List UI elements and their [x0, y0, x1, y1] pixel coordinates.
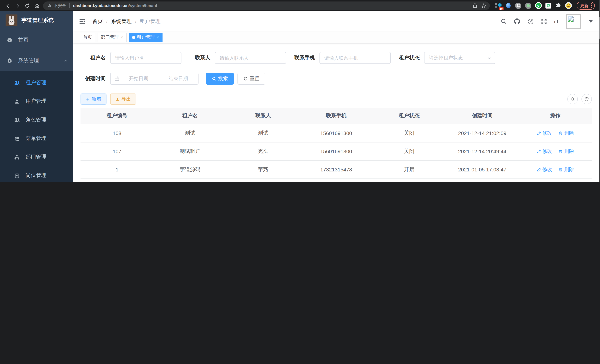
table-row: 107 测试租户 秃头 15601691300 关闭 2021-12-14 20…: [81, 142, 592, 160]
breadcrumb-current: 租户管理: [140, 18, 161, 25]
cell-created: 2021-01-05 17:03:47: [446, 160, 519, 178]
export-button[interactable]: 导出: [110, 93, 136, 105]
date-range-picker[interactable]: 开始日期 - 结束日期: [110, 73, 198, 84]
tenant-name-input[interactable]: [110, 52, 181, 64]
close-icon[interactable]: ×: [157, 35, 159, 39]
mobile-input[interactable]: [319, 52, 391, 64]
avatar-caret-icon[interactable]: [589, 20, 593, 22]
extension-command-icon[interactable]: [515, 2, 522, 9]
filter-row-1: 租户名 联系人 联系手机 租户状态 请选择租户状态: [81, 52, 592, 64]
tags-view-bar: 首页 部门管理 × 租户管理 ×: [73, 32, 600, 43]
breadcrumb-system[interactable]: 系统管理: [111, 18, 132, 25]
profile-avatar-icon[interactable]: [565, 2, 572, 9]
sidebar-item-role[interactable]: 角色管理: [0, 111, 73, 129]
sidebar-item-dept[interactable]: 部门管理: [0, 148, 73, 166]
download-icon: [115, 97, 120, 101]
sidebar-item-system[interactable]: 系统管理: [0, 50, 73, 71]
cell-actions: 修改 删除: [519, 160, 592, 178]
extensions-bar: 10 y: [493, 2, 597, 9]
sidebar-item-user[interactable]: 用户管理: [0, 92, 73, 111]
bookmark-star-icon[interactable]: [479, 1, 488, 10]
cell-status: 关闭: [373, 142, 446, 160]
table-row: 108 测试 测试 15601691300 关闭 2021-12-14 21:0…: [81, 124, 592, 142]
cell-id: 108: [81, 124, 154, 142]
app-logo: [6, 14, 18, 26]
github-icon[interactable]: [513, 18, 521, 25]
close-icon[interactable]: ×: [121, 35, 123, 39]
filter-tenant-name: 租户名: [81, 52, 181, 64]
extension-badge: 10: [499, 7, 503, 10]
sidebar-item-post[interactable]: 岗位管理: [0, 166, 73, 182]
sidebar-item-label: 租户管理: [26, 79, 46, 86]
sidebar-logo-row[interactable]: 芋道管理系统: [0, 11, 73, 30]
breadcrumb-home[interactable]: 首页: [92, 18, 103, 25]
people-icon: [14, 117, 20, 123]
extension-recorder-icon[interactable]: [525, 2, 532, 9]
browser-home-icon[interactable]: [32, 1, 42, 10]
fullscreen-icon[interactable]: [540, 18, 547, 25]
cell-contact: 秃头: [226, 142, 300, 160]
toggle-search-button[interactable]: [567, 94, 578, 104]
cell-mobile: 15601691300: [300, 142, 373, 160]
add-button[interactable]: 新增: [81, 93, 106, 105]
tab-label: 租户管理: [137, 34, 155, 40]
main-area: 首页 / 系统管理 / 租户管理: [73, 11, 600, 182]
avatar[interactable]: [566, 14, 581, 29]
search-icon: [570, 97, 575, 102]
browser-menu-icon[interactable]: [591, 3, 592, 8]
delete-link[interactable]: 删除: [559, 130, 574, 136]
scrollbar-thumb[interactable]: [599, 17, 600, 38]
delete-link[interactable]: 删除: [559, 148, 574, 155]
extension-balloon-icon[interactable]: [505, 2, 512, 9]
sidebar-item-label: 系统管理: [18, 57, 39, 64]
extensions-puzzle-icon[interactable]: [555, 2, 562, 9]
share-icon[interactable]: [470, 1, 479, 10]
edit-link[interactable]: 修改: [537, 148, 552, 155]
col-header-id: 租户编号: [81, 108, 154, 124]
edit-link[interactable]: 修改: [537, 130, 552, 136]
refresh-icon: [244, 76, 248, 81]
help-icon[interactable]: [527, 18, 534, 25]
browser-reload-icon[interactable]: [22, 1, 32, 10]
breadcrumb: 首页 / 系统管理 / 租户管理: [92, 18, 161, 25]
extension-y-icon[interactable]: y: [535, 2, 542, 9]
add-label: 新增: [92, 96, 101, 103]
tab-home[interactable]: 首页: [80, 32, 95, 42]
sidebar-item-label: 部门管理: [26, 154, 46, 160]
header-search-icon[interactable]: [500, 18, 507, 25]
sidebar-item-home[interactable]: 首页: [0, 30, 73, 50]
reset-button[interactable]: 重置: [237, 73, 265, 84]
sidebar-item-label: 用户管理: [26, 98, 46, 105]
browser-back-icon[interactable]: [3, 1, 13, 10]
user-icon: [14, 98, 20, 104]
font-size-icon[interactable]: TT: [553, 19, 559, 24]
sidebar-item-label: 角色管理: [26, 117, 46, 123]
url[interactable]: dashboard.yudao.iocoder.cn/system/tenant: [73, 3, 157, 8]
scrollbar[interactable]: [599, 0, 600, 182]
export-label: 导出: [121, 96, 131, 103]
address-bar[interactable]: 不安全 dashboard.yudao.iocoder.cn/system/te…: [43, 1, 490, 10]
status-select[interactable]: 请选择租户状态: [424, 52, 495, 64]
sidebar-submenu-system: 租户管理 用户管理 角色管理: [0, 71, 73, 182]
security-label[interactable]: 不安全: [54, 3, 66, 8]
sidebar-collapse-icon[interactable]: [78, 17, 86, 25]
refresh-table-button[interactable]: [581, 94, 592, 104]
field-label: 租户名: [81, 55, 106, 61]
search-button[interactable]: 搜索: [206, 73, 234, 84]
extension-tabs-icon[interactable]: 10: [495, 2, 501, 9]
tab-dept[interactable]: 部门管理 ×: [98, 32, 127, 42]
cell-mobile: 17321315478: [300, 160, 373, 178]
contact-input[interactable]: [215, 52, 286, 64]
cell-created: 2021-12-14 21:02:09: [446, 124, 519, 142]
app-title: 芋道管理系统: [21, 17, 54, 24]
tab-tenant[interactable]: 租户管理 ×: [129, 32, 162, 42]
sidebar-item-tenant[interactable]: 租户管理: [0, 74, 73, 92]
delete-link[interactable]: 删除: [559, 166, 574, 173]
extension-chat-icon[interactable]: [545, 2, 552, 9]
browser-forward-icon[interactable]: [13, 1, 22, 10]
browser-update-button[interactable]: 更新: [576, 2, 595, 9]
sidebar-item-label: 岗位管理: [26, 172, 46, 179]
active-dot: [132, 36, 135, 39]
edit-link[interactable]: 修改: [537, 166, 552, 173]
sidebar-item-menu[interactable]: 菜单管理: [0, 129, 73, 148]
